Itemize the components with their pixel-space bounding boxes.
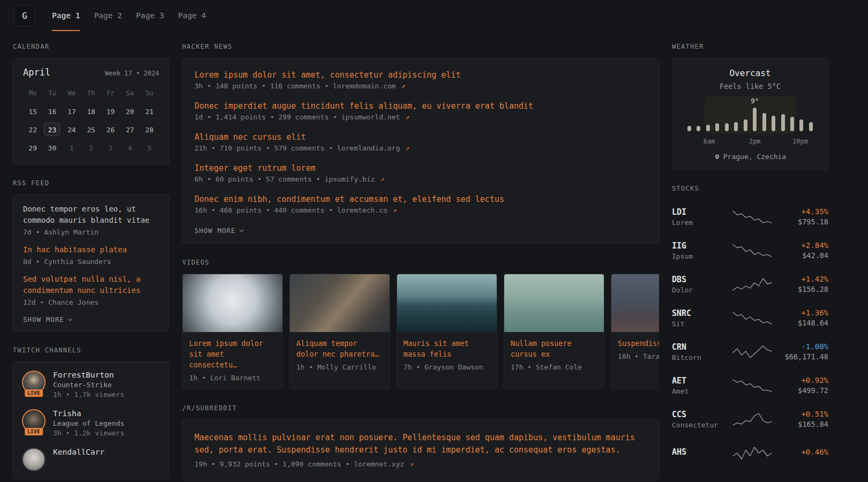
external-link-icon: ↗	[380, 175, 384, 183]
calendar-day: 19	[102, 104, 118, 118]
subreddit-post-title[interactable]: Maecenas mollis pulvinar erat non posuer…	[194, 432, 647, 456]
stock-row[interactable]: LDI Lorem +4.35% $795.18	[672, 200, 828, 234]
video-card[interactable]: Aliquam tempor dolor nec pharetra… 1h • …	[289, 274, 390, 389]
hn-item-domain-link[interactable]: ipsumify.biz ↗	[325, 175, 385, 183]
video-title: Mauris sit amet massa felis	[403, 338, 490, 359]
weather-card: Overcast Feels like 5°C 9° 6am2pm10pm Pr…	[672, 58, 828, 170]
stock-row[interactable]: AHS +0.46%	[672, 436, 828, 470]
rss-show-more-button[interactable]: SHOW MORE	[23, 315, 72, 323]
tab-page-1[interactable]: Page 1	[45, 0, 87, 31]
hn-item-title[interactable]: Donec imperdiet augue tincidunt felis al…	[194, 101, 647, 111]
subreddit-domain-link[interactable]: loremnet.xyz ↗	[354, 460, 414, 468]
hn-item-title[interactable]: Aliquam nec cursus elit	[194, 132, 647, 142]
stock-row[interactable]: AET Amet +0.92% $499.72	[672, 368, 828, 402]
app-logo: G	[14, 5, 35, 26]
hn-item-title[interactable]: Lorem ipsum dolor sit amet, consectetur …	[194, 70, 647, 80]
stock-values: +2.84% $42.04	[780, 241, 828, 260]
external-link-icon: ↗	[409, 460, 414, 468]
stock-sparkline	[724, 344, 780, 359]
twitch-channel-row[interactable]: LIVE Trisha League of Legends 3h • 1.2k …	[22, 409, 160, 437]
stock-sparkline	[724, 311, 780, 326]
rss-item-title[interactable]: In hac habitasse platea	[23, 244, 159, 255]
twitch-section-title: TWITCH CHANNELS	[13, 347, 169, 354]
calendar-day-next-month: 4	[122, 141, 138, 154]
weather-time-label: 2pm	[749, 138, 761, 145]
video-body: Suspendisse diam 18h • Tara	[611, 332, 659, 367]
weather-temp-bar	[790, 117, 794, 131]
video-card[interactable]: Lorem ipsum dolor sit amet consectetu… 1…	[182, 274, 283, 389]
live-badge: LIVE	[25, 389, 43, 397]
calendar-dow: Sa	[122, 86, 138, 100]
hn-item-domain-link[interactable]: loremtech.co ↗	[337, 206, 397, 214]
stock-sparkline	[724, 243, 780, 258]
weather-temp-bar	[744, 119, 747, 131]
video-card[interactable]: Nullam posuere cursus ex 17h • Stefan Co…	[504, 274, 604, 389]
rss-item: Sed volutpat nulla nisl, a condimentum n…	[23, 274, 159, 306]
stock-change: +0.51%	[780, 410, 828, 418]
calendar-week-year: Week 17 • 2024	[105, 70, 159, 77]
hackernews-card: Lorem ipsum dolor sit amet, consectetur …	[182, 58, 659, 244]
location-pin-icon	[714, 153, 720, 161]
calendar-day-next-month: 1	[64, 141, 80, 154]
twitch-channel-row[interactable]: KendallCarr	[22, 448, 160, 471]
calendar-day: 20	[122, 104, 138, 118]
hn-item: Integer eget rutrum lorem 6h • 60 points…	[194, 163, 647, 183]
rss-item-title[interactable]: Sed volutpat nulla nisl, a condimentum n…	[23, 274, 159, 296]
video-meta: 7h • Grayson Dawson	[403, 363, 490, 371]
tab-page-4[interactable]: Page 4	[171, 0, 213, 31]
hn-item-domain: loremdomain.com	[333, 82, 395, 90]
calendar-month: April	[23, 67, 50, 78]
channel-info: KendallCarr	[53, 448, 104, 456]
video-body: Nullam posuere cursus ex 17h • Stefan Co…	[504, 332, 604, 378]
hn-item-domain-link[interactable]: loremdomain.com ↗	[333, 82, 405, 90]
stock-row[interactable]: CCS Consectetur +0.51% $165.84	[672, 402, 828, 436]
subreddit-domain: loremnet.xyz	[354, 460, 404, 468]
calendar-dow: Tu	[44, 86, 60, 100]
weather-temp-bar	[809, 122, 813, 131]
stock-row[interactable]: DBS Dolor +1.42% $156.28	[672, 267, 828, 301]
tab-page-2[interactable]: Page 2	[87, 0, 129, 31]
hn-item-domain-link[interactable]: loremlandia.org ↗	[337, 144, 409, 152]
stock-price: $156.28	[780, 285, 828, 293]
weather-feels-like: Feels like 5°C	[686, 82, 814, 91]
hn-item-title[interactable]: Donec enim nibh, condimentum et accumsan…	[194, 194, 647, 204]
hn-item-domain-link[interactable]: ipsumworld.net ↗	[341, 113, 409, 121]
video-card[interactable]: Mauris sit amet massa felis 7h • Grayson…	[396, 274, 497, 389]
dashboard-grid: CALENDAR April Week 17 • 2024 Mo Tu We T…	[0, 31, 868, 482]
hn-item-stats: 3h • 148 points • 116 comments •	[194, 82, 333, 90]
stock-values: -1.00% $66,171.48	[780, 342, 828, 361]
weather-temp-bar	[772, 116, 775, 131]
weather-condition: Overcast	[686, 68, 814, 78]
channel-name: KendallCarr	[53, 448, 104, 456]
stock-row[interactable]: SNRC Sit +1.36% $148.64	[672, 301, 828, 335]
video-card[interactable]: Suspendisse diam 18h • Tara	[611, 274, 659, 389]
twitch-channel-row[interactable]: LIVE ForrestBurton Counter-Strike 1h • 1…	[22, 371, 160, 398]
hn-item-title[interactable]: Integer eget rutrum lorem	[194, 163, 647, 173]
video-meta: 1h • Molly Carrillo	[296, 363, 383, 371]
video-thumbnail	[504, 274, 604, 332]
stock-name: Consectetur	[672, 421, 724, 429]
avatar	[22, 448, 46, 471]
page-tabs: Page 1 Page 2 Page 3 Page 4	[45, 0, 213, 31]
weather-hourly-chart: 9°	[686, 106, 814, 131]
videos-row: Lorem ipsum dolor sit amet consectetu… 1…	[182, 274, 659, 389]
external-link-icon: ↗	[401, 82, 406, 90]
stocks-list: LDI Lorem +4.35% $795.18 IIG Ipsum	[672, 200, 828, 470]
video-meta: 18h • Tara	[618, 352, 659, 360]
video-title: Suspendisse diam	[618, 338, 659, 349]
stock-ticker: DBS	[672, 275, 724, 284]
calendar-day: 25	[83, 123, 99, 136]
channel-info: ForrestBurton Counter-Strike 1h • 1.7k v…	[53, 371, 124, 398]
weather-time-labels: 6am2pm10pm	[686, 138, 814, 146]
calendar-widget: CALENDAR April Week 17 • 2024 Mo Tu We T…	[13, 43, 169, 164]
stock-row[interactable]: IIG Ipsum +2.84% $42.04	[672, 234, 828, 267]
weather-temp-bar: 9°	[753, 108, 757, 131]
hn-show-more-button[interactable]: SHOW MORE	[194, 227, 243, 235]
stock-row[interactable]: CRN Bitcorn -1.00% $66,171.48	[672, 335, 828, 368]
rss-item-title[interactable]: Donec tempor eros leo, ut commodo mauris…	[23, 204, 159, 226]
video-body: Aliquam tempor dolor nec pharetra… 1h • …	[290, 332, 390, 378]
center-column: HACKER NEWS Lorem ipsum dolor sit amet, …	[182, 43, 659, 482]
hn-item-stats: 1d • 1,414 points • 299 comments •	[194, 113, 341, 121]
stock-ticker: IIG	[672, 241, 724, 251]
tab-page-3[interactable]: Page 3	[129, 0, 171, 31]
